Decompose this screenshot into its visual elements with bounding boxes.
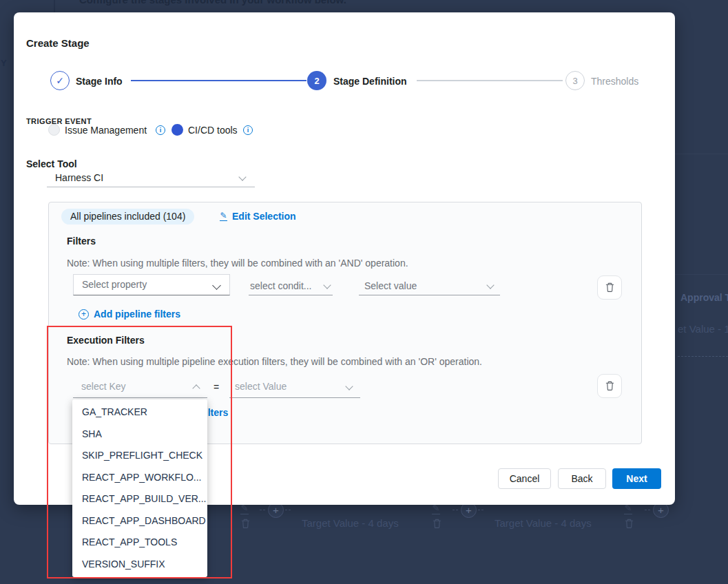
- back-button[interactable]: Back: [558, 468, 606, 489]
- background-row-divider: [675, 154, 728, 154]
- dropdown-option[interactable]: REACT_APP_BUILD_VER...: [72, 488, 207, 510]
- dropdown-option[interactable]: REACT_APP_WORKFLO...: [72, 467, 207, 489]
- value-select-placeholder: Select value: [364, 280, 417, 291]
- dashed-connector: [453, 510, 458, 510]
- delete-filter-button[interactable]: [597, 275, 622, 300]
- cancel-button[interactable]: Cancel: [498, 468, 551, 489]
- condition-select-placeholder: select condit...: [250, 280, 312, 291]
- background-row-divider: [675, 274, 728, 275]
- equals-sign: =: [214, 382, 219, 393]
- trash-icon: [605, 282, 615, 293]
- check-icon: ✓: [56, 75, 64, 86]
- background-left-text-fragment: Y: [1, 58, 7, 68]
- step-complete-circle[interactable]: ✓: [50, 71, 70, 90]
- delete-execution-filter-button[interactable]: [597, 374, 622, 398]
- modal-title: Create Stage: [26, 37, 90, 49]
- filters-title: Filters: [67, 236, 96, 247]
- dropdown-option[interactable]: VERSION_SUFFIX: [72, 554, 207, 576]
- filters-note: Note: When using multiple filters, they …: [67, 258, 408, 269]
- value-select[interactable]: Select value: [359, 278, 500, 295]
- dashed-connector: [285, 510, 291, 510]
- chevron-down-icon: [486, 281, 494, 289]
- edit-icon: ✎: [432, 504, 440, 514]
- radio-label-issue-management: Issue Management: [65, 125, 147, 136]
- step-active-circle[interactable]: 2: [307, 71, 326, 90]
- chevron-down-icon: [238, 173, 246, 180]
- exec-value-select-placeholder: select Value: [235, 381, 287, 392]
- chevron-down-icon: [212, 281, 221, 290]
- dropdown-option[interactable]: SKIP_PREFLIGHT_CHECK: [72, 445, 207, 467]
- edit-icon: ✎: [220, 212, 227, 221]
- tool-select-value: Harness CI: [55, 172, 103, 183]
- key-select[interactable]: select Key: [73, 377, 207, 398]
- background-card-label: Target Value - 4 days: [495, 517, 592, 529]
- add-pipeline-filters-label: Add pipeline filters: [94, 309, 180, 320]
- info-icon[interactable]: i: [156, 125, 165, 135]
- chevron-down-icon: [323, 281, 331, 289]
- trash-icon: [432, 519, 442, 532]
- background-column-header: Approval Ti: [680, 292, 728, 303]
- edit-icon: ✎: [624, 504, 632, 514]
- execution-filters-note: Note: When using multiple pipeline execu…: [67, 356, 482, 367]
- background-dashed-line: [678, 356, 728, 357]
- add-pipeline-filters-link[interactable]: + Add pipeline filters: [79, 309, 180, 320]
- trash-icon: [240, 519, 251, 532]
- trash-icon: [605, 381, 615, 391]
- chevron-down-icon: [345, 382, 353, 390]
- background-page-heading: Configure the stages involved in your wo…: [79, 0, 346, 6]
- background-divider: [54, 0, 55, 12]
- execution-filters-title: Execution Filters: [67, 335, 145, 346]
- key-select-placeholder: select Key: [81, 381, 126, 392]
- stepper-connector: [131, 80, 306, 81]
- edit-selection-link[interactable]: ✎ Edit Selection: [220, 211, 296, 222]
- edit-selection-label: Edit Selection: [232, 211, 296, 222]
- step-label-stage-definition: Stage Definition: [333, 76, 407, 87]
- step-label-thresholds: Thresholds: [591, 76, 638, 87]
- step-upcoming-circle[interactable]: 3: [565, 71, 585, 90]
- pipelines-included-chip: All pipelines included (104): [61, 209, 194, 225]
- next-button[interactable]: Next: [612, 468, 661, 489]
- radio-label-cicd-tools: CI/CD tools: [188, 125, 238, 136]
- dropdown-option[interactable]: REACT_APP_TOOLS: [72, 532, 207, 554]
- key-select-dropdown: GA_TRACKER SHA SKIP_PREFLIGHT_CHECK REAC…: [72, 399, 207, 577]
- stepper-connector: [417, 80, 563, 81]
- property-select[interactable]: Select property: [73, 274, 230, 295]
- dashed-connector: [478, 510, 483, 510]
- info-icon[interactable]: i: [243, 125, 253, 135]
- dropdown-option[interactable]: REACT_APP_DASHBOARD: [72, 510, 207, 532]
- exec-value-select[interactable]: select Value: [229, 377, 360, 398]
- radio-cicd-tools[interactable]: [171, 124, 183, 136]
- edit-icon: ✎: [240, 504, 249, 514]
- dropdown-option[interactable]: GA_TRACKER: [72, 402, 207, 424]
- background-card-label: Target Value - 4 days: [302, 517, 399, 529]
- property-select-placeholder: Select property: [82, 279, 147, 290]
- dashed-connector: [260, 510, 265, 510]
- chevron-up-icon: [192, 384, 200, 392]
- dropdown-option[interactable]: SHA: [72, 424, 207, 446]
- background-cell-fragment: et Value - 1: [678, 323, 728, 335]
- condition-select[interactable]: select condit...: [249, 278, 333, 295]
- radio-issue-management[interactable]: [48, 124, 60, 136]
- plus-circle-icon: +: [79, 309, 89, 320]
- trash-icon: [624, 519, 634, 532]
- tool-select[interactable]: Harness CI: [47, 168, 255, 187]
- dashed-connector: [645, 510, 650, 510]
- step-label-stage-info: Stage Info: [76, 76, 123, 87]
